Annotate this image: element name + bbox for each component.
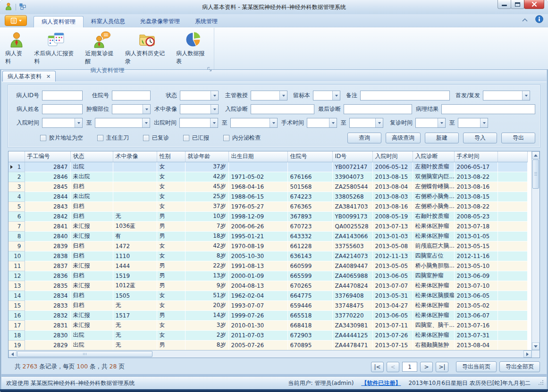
tumor-site-select[interactable] xyxy=(112,104,151,114)
last-page-button[interactable]: >| xyxy=(436,362,448,372)
close-button[interactable] xyxy=(524,0,544,9)
revisit-time-from-select[interactable] xyxy=(415,118,446,128)
chevron-down-icon[interactable] xyxy=(522,91,530,100)
patient-id-input[interactable] xyxy=(42,91,83,100)
remark-input[interactable] xyxy=(360,91,450,100)
row-selector[interactable]: 7 xyxy=(8,221,25,231)
table-row[interactable]: 172831未汇报无女3岁2010-01-30668418ZA343098120… xyxy=(8,320,528,330)
surgery-time-from-select[interactable] xyxy=(307,118,337,128)
ribbon-item-history[interactable]: 病人资料历史记录 xyxy=(122,29,173,67)
surgery-time-to-select[interactable] xyxy=(349,118,383,128)
table-row[interactable]: 162832未汇报1517男14岁1999-07-266655183377022… xyxy=(8,310,528,320)
surgery-video-select[interactable] xyxy=(180,104,219,114)
table-row[interactable]: 192829出院无男8岁2005-07-26670895ZA4478471201… xyxy=(8,340,528,350)
row-selector[interactable]: 2 xyxy=(8,172,25,182)
minimize-button[interactable] xyxy=(497,0,511,9)
admission-time-from-select[interactable] xyxy=(42,118,83,128)
table-row[interactable]: 152833归档无女20岁1993-07-0765944633748475201… xyxy=(8,300,528,310)
horizontal-scrollbar-track[interactable] xyxy=(153,350,523,358)
table-row[interactable]: 92839归档1472女42岁1970-08-19661228337556032… xyxy=(8,241,528,251)
chevron-down-icon[interactable] xyxy=(329,118,337,127)
row-selector[interactable]: 6 xyxy=(8,211,25,221)
row-selector[interactable]: 1 xyxy=(8,162,25,172)
scroll-down-icon[interactable] xyxy=(532,342,540,350)
scroll-up-icon[interactable] xyxy=(532,151,540,159)
first-page-button[interactable]: |< xyxy=(371,362,384,372)
col-status[interactable]: 状态 xyxy=(70,151,113,162)
col-manual-no[interactable]: 手工编号 xyxy=(25,151,70,162)
vertical-scrollbar-track[interactable] xyxy=(532,189,540,342)
inpatient-no-input[interactable] xyxy=(112,91,151,100)
chevron-down-icon[interactable] xyxy=(375,118,383,127)
import-button[interactable]: 导入 xyxy=(463,133,497,143)
row-selector[interactable]: 11 xyxy=(8,261,25,271)
ribbon-tab-patient-data[interactable]: 病人资料管理 xyxy=(34,16,84,27)
ribbon-item-data-report[interactable]: 病人数据报表 xyxy=(173,29,213,67)
row-selector[interactable]: 4 xyxy=(8,192,25,201)
maximize-button[interactable] xyxy=(511,0,524,9)
discharge-time-to-select[interactable] xyxy=(230,118,278,128)
help-info-icon[interactable] xyxy=(535,15,543,25)
chief-surgeon-checkbox[interactable]: 主任主刀 xyxy=(97,134,129,142)
specimen-select[interactable] xyxy=(313,91,340,100)
row-selector[interactable]: 15 xyxy=(8,300,25,310)
vertical-scrollbar-thumb[interactable] xyxy=(532,159,539,189)
col-admission-date[interactable]: 入院时间 xyxy=(372,151,413,162)
new-button[interactable]: 新建 xyxy=(425,133,459,143)
ribbon-item-revisit-reminder[interactable]: 近期复诊提醒 xyxy=(82,29,122,67)
table-row[interactable]: 72841未汇报1036蓝男7岁2006-06-26670723QA002552… xyxy=(8,221,528,231)
chevron-down-icon[interactable] xyxy=(75,118,82,127)
col-surgery-date[interactable]: 手术时间 xyxy=(454,151,497,162)
ribbon-tab-staff-info[interactable]: 科室人员信息 xyxy=(84,16,133,27)
tab-close-icon[interactable]: ✕ xyxy=(46,74,51,79)
row-selector[interactable]: 5 xyxy=(8,201,25,211)
first-relapse-select[interactable] xyxy=(483,91,530,100)
resize-grip-icon[interactable] xyxy=(538,380,544,387)
professor-select[interactable] xyxy=(251,91,287,100)
table-row[interactable]: 62842归档无男10岁1998-12-09367893YB0099173200… xyxy=(8,211,528,221)
row-selector[interactable]: 9 xyxy=(8,241,25,251)
horizontal-scrollbar-thumb[interactable] xyxy=(17,351,152,357)
row-selector[interactable]: 16 xyxy=(8,310,25,320)
revisit-time-to-select[interactable] xyxy=(458,118,488,128)
next-page-button[interactable]: > xyxy=(420,362,433,372)
admission-time-to-select[interactable] xyxy=(95,118,150,128)
license-registered-link[interactable]: 【软件已注册】 xyxy=(361,379,401,387)
row-selector[interactable]: 8 xyxy=(8,231,25,241)
revisited-checkbox[interactable]: 已复诊 xyxy=(143,134,169,142)
col-birth-date[interactable]: 出生日期 xyxy=(228,151,287,162)
table-row[interactable]: 52843归档女37岁1976-05-27676365ZA38417032013… xyxy=(8,201,528,211)
patient-name-input[interactable] xyxy=(42,104,83,114)
chevron-down-icon[interactable] xyxy=(332,91,340,100)
status-select[interactable] xyxy=(180,91,219,100)
table-row[interactable]: 112837未汇报1444男22岁1991-08-13660599ZA40894… xyxy=(8,261,528,271)
table-row[interactable]: 122836归档1519男13岁2000-01-09665599ZA406598… xyxy=(8,271,528,281)
chevron-down-icon[interactable] xyxy=(438,118,445,127)
app-menu-button[interactable] xyxy=(5,15,27,26)
row-selector[interactable]: 3 xyxy=(8,182,25,192)
horizontal-scrollbar[interactable] xyxy=(8,350,531,358)
table-row[interactable]: 182830出院无女2岁2011-07-03672903ZA4444125201… xyxy=(8,330,528,340)
export-current-page-button[interactable]: 导出当前页 xyxy=(456,361,497,372)
ribbon-item-patient-data[interactable]: 病人资料 xyxy=(2,29,31,67)
table-row[interactable]: 42844未出院女25岁1988-06-15674223338052682013… xyxy=(8,192,528,201)
endocrine-exam-checkbox[interactable]: 内分泌检查 xyxy=(223,134,261,142)
chevron-down-icon[interactable] xyxy=(211,105,218,114)
col-gender[interactable]: 性别 xyxy=(157,151,185,162)
chevron-down-icon[interactable] xyxy=(279,91,287,100)
chevron-down-icon[interactable] xyxy=(480,118,488,127)
query-button[interactable]: 查询 xyxy=(347,133,381,143)
ribbon-item-postop-report[interactable]: 术后病人汇报资料 xyxy=(31,29,82,67)
table-row[interactable]: 102838归档1110女8岁2005-10-30636143ZA4214073… xyxy=(8,251,528,261)
reported-checkbox[interactable]: 已汇报 xyxy=(183,134,209,142)
discharge-time-from-select[interactable] xyxy=(179,118,218,128)
chevron-down-icon[interactable] xyxy=(142,118,150,127)
col-video[interactable]: 术中录像 xyxy=(113,151,157,162)
scroll-left-icon[interactable] xyxy=(8,350,17,358)
chevron-down-icon[interactable] xyxy=(143,105,150,114)
pathology-result-input[interactable] xyxy=(441,104,535,114)
prev-page-button[interactable]: < xyxy=(387,362,399,372)
quick-access-grid-icon[interactable] xyxy=(19,3,26,11)
table-row[interactable]: 12847出院女37岁YB00721472006-05-12左额叶胶质瘤2006… xyxy=(8,162,528,172)
chevron-down-icon[interactable] xyxy=(270,118,277,127)
